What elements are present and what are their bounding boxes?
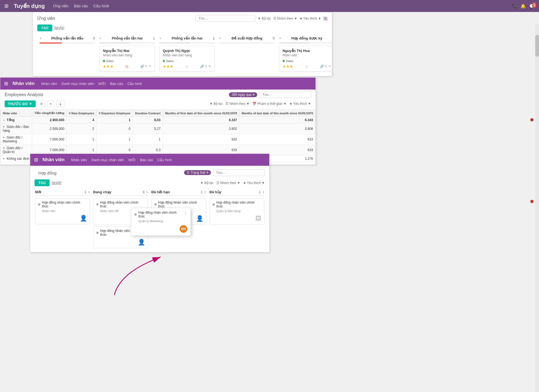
contract-card-moi-1[interactable]: Hợp đồng nhân viên chính thức Nhân viên … <box>35 198 90 224</box>
contracts-nav-danh-muc[interactable]: Danh mục nhân viên <box>91 158 124 162</box>
col-2-title: Phỏng vấn lần hai <box>112 36 143 40</box>
recruitment-search-area: ▼ Bộ lọc ☰ Nhóm theo ▼ ★ Yêu thích ▼ ⊞ <box>195 15 327 22</box>
analysis-filter-pham-vi[interactable]: 📅 Phạm vi thời gian ▼ <box>252 102 287 106</box>
row-expand-kxd[interactable]: + <box>3 157 5 161</box>
analysis-subnav: ⊞ Nhân viên Nhân viên Danh mục nhân viên… <box>0 78 316 90</box>
filter-tags: 365 ngày qua × <box>229 92 257 97</box>
td-bh-dep: 0 <box>97 124 133 134</box>
filter-nhom-theo[interactable]: ☰ Nhóm theo ▼ <box>273 17 297 20</box>
filter-tag-365[interactable]: 365 ngày qua × <box>229 92 257 97</box>
col-1-count: 0 <box>93 36 95 40</box>
col-add-icon-5[interactable]: + <box>279 36 281 40</box>
contracts-bo-loc[interactable]: ▼ Bộ lọc <box>200 181 213 185</box>
subnav-moi[interactable]: MỚI <box>99 82 106 86</box>
contract-col-dh-controls: 1 + <box>259 190 264 194</box>
analysis-menu-icon[interactable]: ≡ <box>38 100 45 107</box>
contracts-filter-tag-trangthai[interactable]: ☰ Trạng thái × <box>184 170 211 175</box>
person-icon-hh-1: 👤 <box>196 215 203 222</box>
kanban-card-nguyen-thi-hoa[interactable]: Nguyễn Thị Hoa Nhân viên Sales ★★★ ⊙ 🔗 0… <box>279 46 332 72</box>
contracts-import-button[interactable]: NHẬP <box>52 181 62 185</box>
analysis-filter-nhom[interactable]: ☰ Nhóm theo ▼ <box>225 102 249 106</box>
th-departure: # Departure Employee <box>97 110 133 117</box>
contract-card-dh-1[interactable]: Hợp đồng nhân viên chính thức Quản lý Bá… <box>210 198 265 225</box>
contract-col-dc-header: Đang chạy 3 + <box>93 190 148 194</box>
contracts-search-input[interactable] <box>213 169 265 176</box>
subnav-nhan-vien[interactable]: Nhân viên <box>41 82 57 86</box>
col-add-icon-4[interactable]: + <box>219 36 221 40</box>
floating-dot <box>134 213 137 216</box>
card-actions-1: 🔗 0 ✎ <box>140 65 151 68</box>
row-expand-mkt[interactable]: + <box>3 136 5 139</box>
contracts-nav-moi[interactable]: MỚI <box>128 158 136 162</box>
chat-icon[interactable]: 💬9 <box>529 4 535 9</box>
analysis-title: Employees Analysis <box>5 92 43 97</box>
phone-icon[interactable]: 📞 <box>512 4 517 9</box>
card-action-edit-1: ✎ <box>149 65 151 68</box>
menu-cau-hinh[interactable]: Cấu hình <box>93 4 109 8</box>
bell-icon[interactable]: 🔔 <box>520 4 526 9</box>
contracts-grid-icon[interactable]: ⊞ <box>34 157 38 163</box>
menu-ung-vien[interactable]: Ứng viên <box>53 4 69 8</box>
analysis-header-row: Employees Analysis 365 ngày qua × <box>0 90 316 98</box>
contract-dot-hh-1 <box>154 203 157 206</box>
contracts-create-button[interactable]: TẠO <box>35 179 50 186</box>
contracts-filter-tags: ☰ Trạng thái × <box>184 170 211 175</box>
contracts-nhom-theo[interactable]: ☰ Nhóm theo ▼ <box>216 181 240 185</box>
contract-col-hh-count: 1 <box>201 190 203 194</box>
analysis-panel: ⊞ Nhân viên Nhân viên Danh mục nhân viên… <box>0 77 316 165</box>
card-tag-1: Sales <box>103 59 114 63</box>
contract-hh-progress-bar <box>151 195 206 196</box>
thuocdo-button[interactable]: THƯỚC ĐO ▼ <box>5 100 36 107</box>
td-bh-label: + Giám đốc / Bán hàng <box>1 124 32 134</box>
grid-icon[interactable]: ⊞ <box>4 3 8 9</box>
contracts-filter-close[interactable]: × <box>206 171 208 174</box>
subnav-danh-muc[interactable]: Danh mục nhân viên <box>62 82 94 86</box>
card-action-link-1: 🔗 0 <box>140 65 147 68</box>
contract-col-moi-add[interactable]: + <box>88 190 90 194</box>
floating-contract-card[interactable]: Hợp đồng nhân viên chính thức ⋮ Quản lý … <box>131 208 191 236</box>
contract-col-dc-add[interactable]: + <box>146 190 148 194</box>
col-add-icon-3[interactable]: + <box>159 36 161 40</box>
contract-col-hh-add[interactable]: + <box>204 190 206 194</box>
analysis-filter-bo-loc[interactable]: ▼ Bộ lọc <box>209 102 223 106</box>
contract-col-dh-header: Đã hủy 1 + <box>210 190 265 194</box>
kanban-col-4: + Đề xuất Hợp đồng 0 <box>217 35 277 74</box>
filter-yeu-thich[interactable]: ★ Yêu thích ▼ <box>299 17 321 20</box>
subnav-cau-hinh[interactable]: Cấu hình <box>127 82 142 86</box>
row-expand-bh[interactable]: + <box>3 125 5 129</box>
contracts-nav-nhan-vien[interactable]: Nhân viên <box>71 158 87 162</box>
contracts-yeu-thich[interactable]: ★ Yêu thích ▼ <box>243 181 265 185</box>
row-expand-qt[interactable]: + <box>3 146 5 150</box>
create-button[interactable]: TẠO <box>37 24 52 31</box>
table-row-ban-hang[interactable]: + Giám đốc / Bán hàng 2.500.000 2 0 5,27… <box>1 124 316 134</box>
analysis-download-icon[interactable]: ⤓ <box>56 100 65 107</box>
photo-placeholder-dh-1: 🖼 <box>255 215 261 222</box>
analysis-filter-yeu-thich[interactable]: ★ Yêu thích ▼ <box>289 102 311 106</box>
filter-tag-close[interactable]: × <box>253 93 255 97</box>
recruitment-search-input[interactable] <box>195 15 255 22</box>
card-tag-2: Sales <box>163 59 174 63</box>
kanban-card-quynh-thi-ngoc[interactable]: Quỳnh Thị Ngọc Nhân viên bán hàng Sales … <box>159 46 215 72</box>
view-grid-icon[interactable]: ⊞ <box>323 16 327 22</box>
td-mkt-label: + Giám đốc / Marketing <box>1 134 32 145</box>
contract-col-dh-add[interactable]: + <box>262 190 264 194</box>
contracts-nav-bao-cao[interactable]: Báo cáo <box>140 158 153 162</box>
table-row-marketing[interactable]: + Giám đốc / Marketing 7.000.000 1 1 1 6… <box>1 134 316 145</box>
contracts-nav-cau-hinh[interactable]: Cấu hình <box>157 158 172 162</box>
contract-col-hh-progress <box>151 195 206 196</box>
row-expand-total[interactable]: − <box>3 118 5 122</box>
table-icon: ☰ <box>187 171 189 174</box>
analysis-search-input[interactable] <box>259 91 311 98</box>
filter-bo-loc[interactable]: ▼ Bộ lọc <box>258 17 271 20</box>
col-add-icon-1[interactable]: + <box>39 36 42 40</box>
td-bh-new: 2 <box>67 124 97 134</box>
import-button[interactable]: NHẬP <box>54 26 64 30</box>
subnav-grid-icon[interactable]: ⊞ <box>4 81 8 87</box>
analysis-add-icon[interactable]: + <box>47 100 54 107</box>
kanban-card-nguyen-thi-mai[interactable]: Nguyễn Thị Mai Nhân viên bán hàng Sales … <box>99 46 155 72</box>
menu-bao-cao[interactable]: Báo cáo <box>74 4 88 8</box>
col-add-icon-2[interactable]: + <box>99 36 102 40</box>
subnav-bao-cao[interactable]: Báo cáo <box>110 82 123 86</box>
top-menu: Ứng viên Báo cáo Cấu hình <box>53 4 109 8</box>
floating-card-menu-icon[interactable]: ⋮ <box>184 211 187 215</box>
